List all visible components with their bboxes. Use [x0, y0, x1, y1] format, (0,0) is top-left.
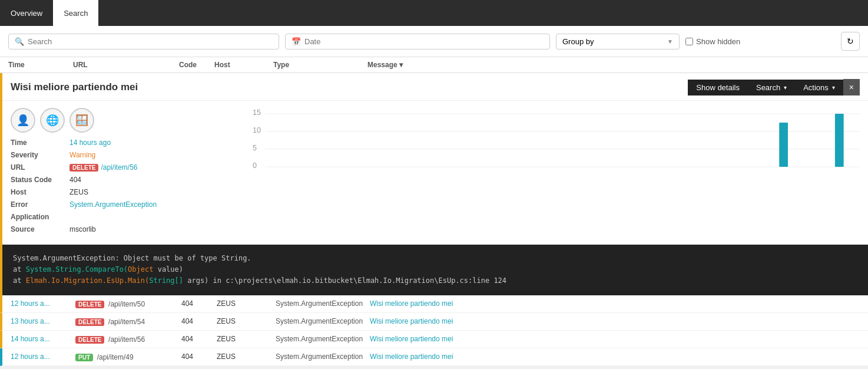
severity-value: Warning [69, 151, 95, 159]
show-hidden-label[interactable]: Show hidden [696, 37, 740, 46]
stack-trace-line3: at Elmah.Io.Migration.EsUp.Main(String[]… [13, 275, 857, 286]
detail-close-button[interactable]: × [843, 79, 860, 95]
show-details-button[interactable]: Show details [688, 80, 748, 95]
row-method-badge: DELETE [75, 318, 104, 326]
row-url: DELETE /api/item/54 [75, 317, 181, 326]
search-dropdown-button[interactable]: Search ▾ [748, 80, 795, 95]
stack-trace-line1: System.ArgumentException: Object must be… [13, 253, 857, 264]
row-code: 404 [181, 335, 217, 343]
svg-rect-9 [835, 114, 844, 167]
avatar-user[interactable]: 👤 [11, 108, 35, 133]
tab-search[interactable]: Search [53, 0, 98, 26]
host-value: ZEUS [69, 188, 88, 196]
svg-text:0: 0 [253, 162, 257, 170]
row-method-badge: DELETE [75, 336, 104, 344]
meta-error: Error System.ArgumentException [11, 200, 228, 209]
row-type: System.ArgumentException [276, 299, 370, 308]
row-time[interactable]: 13 hours a... [11, 317, 75, 325]
error-value[interactable]: System.ArgumentException [69, 200, 157, 209]
detail-actions: Show details Search ▾ Actions ▾ × [688, 79, 860, 95]
row-host: ZEUS [217, 352, 276, 361]
row-message: Wisi meliore partiendo mei [370, 317, 860, 325]
search-input-wrap: 🔍 [8, 34, 279, 50]
url-value: DELETE/api/item/56 [69, 163, 138, 172]
stack-trace: System.ArgumentException: Object must be… [2, 245, 868, 295]
svg-text:5: 5 [253, 144, 257, 152]
method-badge-delete: DELETE [69, 164, 98, 172]
show-hidden-checkbox[interactable] [685, 38, 693, 45]
row-url-path: /api/item/49 [97, 353, 134, 361]
top-nav: Overview Search [0, 0, 868, 26]
col-time: Time [8, 61, 73, 69]
show-hidden-wrap: Show hidden [685, 37, 740, 46]
row-time[interactable]: 14 hours a... [11, 335, 75, 343]
row-method-badge: DELETE [75, 301, 104, 308]
detail-meta: 👤 🌐 🪟 Time 14 hours ago Severity Warning… [11, 108, 228, 238]
row-type: System.ArgumentException [276, 335, 370, 343]
time-label: Time [11, 139, 69, 147]
refresh-button[interactable]: ↻ [841, 32, 860, 51]
search-caret-icon: ▾ [784, 84, 787, 91]
row-code: 404 [181, 352, 217, 361]
row-host: ZEUS [217, 335, 276, 343]
stack-link-string-array[interactable]: String[] [149, 276, 183, 285]
url-label: URL [11, 163, 69, 172]
chart-area: 15 10 5 0 [240, 108, 860, 238]
row-host: ZEUS [217, 317, 276, 325]
col-url: URL [73, 61, 179, 69]
row-url-path: /api/item/56 [108, 335, 145, 344]
table-row[interactable]: 14 hours a... DELETE /api/item/56 404 ZE… [0, 331, 868, 348]
row-type: System.ArgumentException [276, 317, 370, 325]
log-list: 12 hours a... DELETE /api/item/50 404 ZE… [0, 295, 868, 366]
row-message: Wisi meliore partiendo mei [370, 335, 860, 343]
avatar-group: 👤 🌐 🪟 [11, 108, 228, 133]
col-host: Host [214, 61, 273, 69]
table-row[interactable]: 12 hours a... PUT /api/item/49 404 ZEUS … [0, 348, 868, 366]
source-value: mscorlib [69, 225, 96, 233]
svg-rect-8 [779, 123, 788, 167]
stack-link-string-compare[interactable]: System.String.CompareTo( [26, 265, 128, 274]
status-code-label: Status Code [11, 176, 69, 184]
tab-overview[interactable]: Overview [0, 0, 53, 26]
row-url: DELETE /api/item/50 [75, 299, 181, 308]
stack-trace-line2: at System.String.CompareTo(Object value) [13, 264, 857, 275]
row-url-path: /api/item/50 [108, 300, 145, 308]
svg-text:10: 10 [253, 126, 261, 134]
meta-host: Host ZEUS [11, 188, 228, 196]
url-path[interactable]: /api/item/56 [101, 163, 137, 172]
search-input[interactable] [28, 37, 273, 46]
detail-body: 👤 🌐 🪟 Time 14 hours ago Severity Warning… [2, 101, 868, 245]
table-row[interactable]: 13 hours a... DELETE /api/item/54 404 ZE… [0, 313, 868, 331]
search-bar-row: 🔍 📅 Group by ▼ Show hidden ↻ [0, 26, 868, 57]
groupby-wrap: Group by ▼ [556, 34, 680, 50]
row-host: ZEUS [217, 299, 276, 308]
col-message[interactable]: Message ▾ [367, 61, 860, 69]
actions-dropdown-button[interactable]: Actions ▾ [795, 80, 843, 95]
detail-header: Wisi meliore partiendo mei Show details … [2, 73, 868, 101]
groupby-select[interactable]: Group by [562, 37, 661, 46]
status-code-value: 404 [69, 176, 81, 184]
meta-status-code: Status Code 404 [11, 176, 228, 184]
row-code: 404 [181, 299, 217, 308]
table-row[interactable]: 12 hours a... DELETE /api/item/50 404 ZE… [0, 295, 868, 313]
avatar-browser[interactable]: 🌐 [40, 108, 65, 133]
host-label: Host [11, 188, 69, 196]
severity-label: Severity [11, 151, 69, 159]
time-value[interactable]: 14 hours ago [69, 139, 111, 147]
avatar-os[interactable]: 🪟 [69, 108, 94, 133]
date-input[interactable] [304, 37, 544, 46]
meta-application: Application [11, 213, 228, 221]
application-label: Application [11, 213, 69, 221]
detail-title: Wisi meliore partiendo mei [11, 81, 138, 93]
row-time[interactable]: 12 hours a... [11, 352, 75, 361]
row-time[interactable]: 12 hours a... [11, 299, 75, 308]
detail-panel: Wisi meliore partiendo mei Show details … [0, 73, 868, 295]
source-label: Source [11, 225, 69, 233]
row-message: Wisi meliore partiendo mei [370, 352, 860, 361]
stack-link-esup-main[interactable]: Elmah.Io.Migration.EsUp.Main( [26, 276, 150, 285]
row-method-badge: PUT [75, 354, 93, 361]
col-type: Type [273, 61, 367, 69]
actions-caret-icon: ▾ [832, 84, 835, 91]
row-url-path: /api/item/54 [108, 318, 145, 326]
stack-link-object[interactable]: Object [128, 265, 153, 274]
